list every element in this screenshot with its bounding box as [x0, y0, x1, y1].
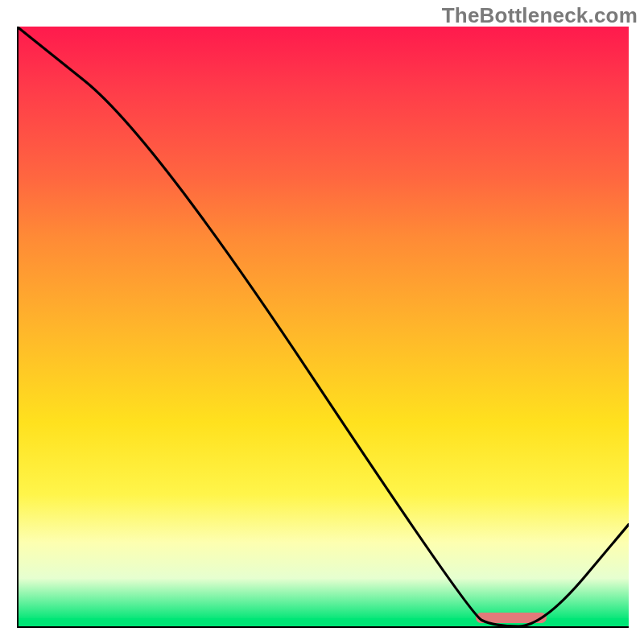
chart-stage: TheBottleneck.com	[0, 0, 644, 644]
plot-area	[17, 27, 629, 626]
bottleneck-curve	[17, 27, 629, 626]
watermark-text: TheBottleneck.com	[442, 3, 638, 28]
curve-path	[17, 27, 629, 626]
